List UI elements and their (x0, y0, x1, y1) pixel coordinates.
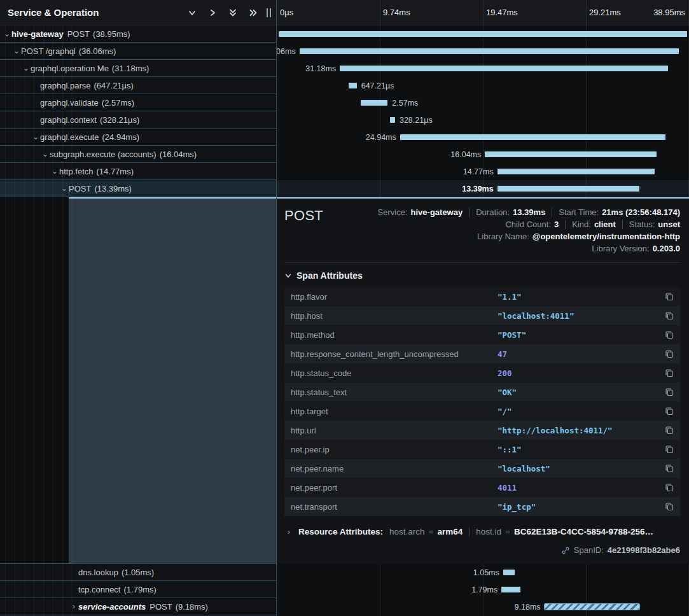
copy-button[interactable] (665, 464, 674, 473)
expander-icon[interactable]: › (69, 603, 78, 610)
attribute-value: "ip_tcp" (498, 502, 536, 512)
span-attributes-header[interactable]: Span Attributes (284, 270, 680, 281)
copy-button[interactable] (665, 349, 674, 358)
resource-attribute-key: host.arch (389, 527, 425, 536)
equals-sign: = (429, 527, 434, 536)
span-bar[interactable] (501, 587, 520, 592)
timeline-row[interactable]: 14.77ms (277, 163, 689, 180)
expander-icon[interactable]: ⌄ (50, 167, 59, 175)
timeline-row[interactable]: 13.39ms (277, 180, 689, 197)
span-row[interactable]: ⌄hive-gatewayPOST(38.95ms) (0, 25, 276, 43)
span-bar[interactable] (498, 186, 640, 192)
timeline-row[interactable]: 36.06ms (277, 43, 689, 60)
attribute-value: "localhost:4011" (498, 311, 574, 321)
panel-resize-handle[interactable] (265, 7, 272, 18)
span-row[interactable]: ⌄POST(13.39ms) (0, 180, 276, 197)
copy-button[interactable] (665, 426, 674, 435)
copy-button[interactable] (665, 292, 674, 301)
copy-button[interactable] (665, 368, 674, 377)
span-row[interactable]: graphql.validate(2.57ms) (0, 94, 276, 111)
resource-attributes-header[interactable]: › Resource Attributes: host.arch=arm64ho… (284, 527, 680, 536)
timeline-row[interactable]: 328.21µs (277, 111, 689, 129)
meta-value: unset (658, 220, 680, 229)
span-row[interactable]: ⌄subgraph.execute (accounts)(16.04ms) (0, 146, 276, 163)
attribute-row: http.target"/" (284, 402, 680, 421)
span-bar[interactable] (349, 83, 357, 88)
copy-button[interactable] (665, 388, 674, 396)
chevrons-right-icon[interactable] (249, 8, 258, 17)
link-icon[interactable] (561, 546, 570, 555)
expander-icon[interactable]: ⌄ (41, 150, 50, 158)
span-id-label: SpanID: (574, 545, 604, 555)
attribute-value: "POST" (498, 330, 526, 340)
expander-icon[interactable]: ⌄ (12, 47, 21, 55)
span-bar[interactable] (545, 604, 640, 610)
meta-label: Library Name: (477, 232, 529, 241)
span-bar[interactable] (361, 100, 388, 106)
span-row[interactable]: graphql.context(328.21µs) (0, 111, 276, 129)
copy-button[interactable] (665, 407, 674, 416)
span-row[interactable]: ⌄http.fetch(14.77ms) (0, 163, 276, 180)
timeline-row[interactable]: 31.18ms (277, 60, 689, 77)
timeline-row[interactable]: 647.21µs (277, 77, 689, 94)
span-tree: ⌄hive-gatewayPOST(38.95ms)⌄POST /graphql… (0, 25, 276, 197)
span-name: http.fetch (59, 167, 93, 176)
detail-meta-line: Child Count:3Kind:clientStatus:unset (505, 220, 680, 229)
chevron-right-icon[interactable] (208, 8, 217, 17)
span-row[interactable]: ›service-accountsPOST(9.18ms) (0, 598, 276, 615)
copy-button[interactable] (665, 330, 674, 339)
expander-icon[interactable]: ⌄ (22, 64, 31, 72)
copy-button[interactable] (665, 483, 674, 492)
copy-button[interactable] (665, 311, 674, 320)
timeline-row[interactable]: 24.94ms (277, 129, 689, 146)
expander-icon[interactable]: ⌄ (3, 30, 11, 38)
detail-header: POST Service:hive-gatewayDuration:13.39m… (284, 205, 680, 253)
chevrons-down-icon[interactable] (228, 8, 237, 17)
span-row[interactable]: tcp.connect(1.79ms) (0, 581, 276, 598)
span-bar[interactable] (503, 570, 515, 575)
span-bar[interactable] (498, 169, 655, 174)
span-bar[interactable] (485, 151, 657, 157)
timeline-row[interactable]: 16.04ms (277, 146, 689, 163)
span-bar[interactable] (279, 31, 687, 37)
span-name: subgraph.execute (accounts) (50, 150, 157, 159)
timeline-row[interactable]: 2.57ms (277, 94, 689, 111)
span-bar[interactable] (390, 117, 395, 123)
expander-icon[interactable]: ⌄ (31, 133, 40, 141)
timeline-rows: 36.06ms31.18ms647.21µs2.57ms328.21µs24.9… (277, 25, 689, 197)
timeline-row[interactable]: 9.18ms (277, 598, 689, 615)
copy-icon (665, 426, 674, 435)
span-duration: (647.21µs) (94, 81, 134, 90)
span-bar[interactable] (400, 134, 665, 140)
timeline-row[interactable]: 1.05ms (277, 564, 689, 581)
copy-icon (665, 502, 674, 511)
attribute-key: http.status_text (291, 388, 498, 397)
span-bar[interactable] (340, 66, 668, 71)
attribute-key: net.peer.ip (291, 445, 498, 454)
timeline-row[interactable]: 1.79ms (277, 581, 689, 598)
resource-divider (469, 528, 470, 536)
timeline-row[interactable] (277, 25, 689, 43)
span-bar[interactable] (300, 48, 679, 54)
copy-button[interactable] (665, 502, 674, 511)
span-id-value: 4e21998f3b82abe6 (608, 545, 680, 555)
span-row[interactable]: dns.lookup(1.05ms) (0, 564, 276, 581)
span-duration: (1.05ms) (122, 568, 154, 577)
attribute-value: "localhost" (498, 464, 550, 473)
meta-divider (565, 220, 566, 229)
meta-label: Duration: (476, 207, 510, 217)
bar-duration-label: 16.04ms (450, 150, 481, 159)
span-duration: (16.04ms) (160, 150, 197, 159)
expander-icon[interactable]: ⌄ (60, 185, 69, 192)
span-row[interactable]: graphql.parse(647.21µs) (0, 77, 276, 94)
copy-button[interactable] (665, 445, 674, 454)
span-duration: (36.06ms) (79, 46, 116, 56)
span-row[interactable]: ⌄POST /graphql(36.06ms) (0, 43, 276, 60)
chevron-down-icon[interactable] (188, 8, 197, 17)
span-row[interactable]: ⌄graphql.operation Me(31.18ms) (0, 60, 276, 77)
span-row[interactable]: ⌄graphql.execute(24.94ms) (0, 129, 276, 146)
meta-value: client (594, 220, 616, 229)
meta-divider (622, 220, 623, 229)
meta-divider (552, 208, 552, 217)
resource-attribute-value: BC62E13B-C4CC-5854-9788-256… (514, 527, 653, 536)
